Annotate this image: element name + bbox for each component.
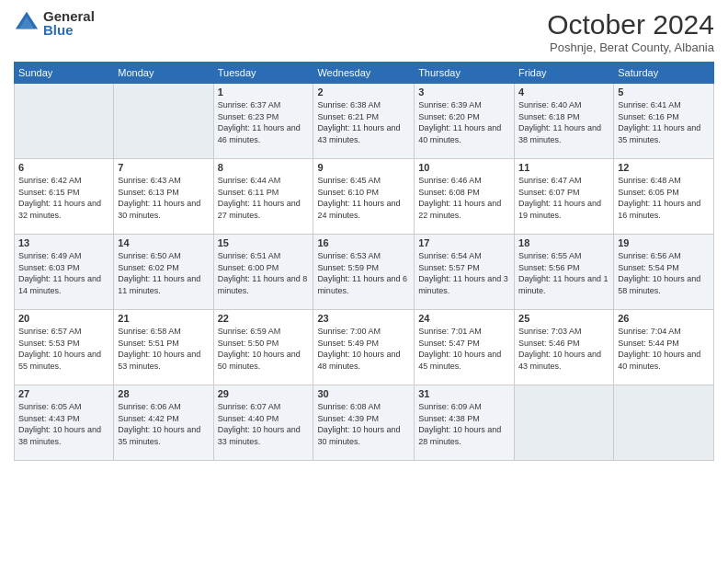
day-number: 3: [418, 86, 510, 98]
day-detail: Sunrise: 6:41 AMSunset: 6:16 PMDaylight:…: [618, 99, 710, 145]
day-number: 2: [317, 86, 410, 98]
day-number: 9: [317, 162, 410, 173]
day-detail: Sunrise: 7:03 AMSunset: 5:46 PMDaylight:…: [518, 326, 609, 372]
calendar-cell: 29Sunrise: 6:07 AMSunset: 4:40 PMDayligh…: [213, 385, 313, 461]
calendar-cell: 30Sunrise: 6:08 AMSunset: 4:39 PMDayligh…: [313, 385, 415, 461]
calendar-cell: 11Sunrise: 6:47 AMSunset: 6:07 PMDayligh…: [515, 159, 614, 235]
day-number: 16: [317, 237, 410, 248]
day-number: 21: [118, 313, 209, 324]
month-title: October 2024: [547, 9, 714, 40]
day-detail: Sunrise: 6:49 AMSunset: 6:03 PMDaylight:…: [18, 250, 109, 296]
day-number: 6: [18, 162, 109, 173]
day-detail: Sunrise: 6:39 AMSunset: 6:20 PMDaylight:…: [418, 99, 510, 145]
week-row-1: 1Sunrise: 6:37 AMSunset: 6:23 PMDaylight…: [15, 84, 714, 159]
header-monday: Monday: [114, 63, 213, 84]
page-header: General Blue October 2024 Poshnje, Berat…: [14, 9, 714, 54]
header-tuesday: Tuesday: [213, 63, 313, 84]
day-detail: Sunrise: 7:01 AMSunset: 5:47 PMDaylight:…: [418, 326, 510, 372]
calendar-cell: 24Sunrise: 7:01 AMSunset: 5:47 PMDayligh…: [415, 310, 515, 385]
day-number: 15: [218, 237, 310, 248]
calendar-cell: [515, 385, 614, 461]
day-number: 12: [618, 162, 710, 173]
day-detail: Sunrise: 6:59 AMSunset: 5:50 PMDaylight:…: [218, 326, 310, 372]
day-detail: Sunrise: 6:07 AMSunset: 4:40 PMDaylight:…: [218, 401, 310, 447]
week-row-5: 27Sunrise: 6:05 AMSunset: 4:43 PMDayligh…: [15, 385, 714, 461]
calendar-cell: 17Sunrise: 6:54 AMSunset: 5:57 PMDayligh…: [415, 235, 515, 310]
header-saturday: Saturday: [614, 63, 714, 84]
week-row-2: 6Sunrise: 6:42 AMSunset: 6:15 PMDaylight…: [15, 159, 714, 235]
day-number: 27: [18, 388, 109, 399]
day-detail: Sunrise: 6:58 AMSunset: 5:51 PMDaylight:…: [118, 326, 209, 372]
day-number: 30: [317, 388, 410, 399]
day-detail: Sunrise: 6:57 AMSunset: 5:53 PMDaylight:…: [18, 326, 109, 372]
day-detail: Sunrise: 6:09 AMSunset: 4:38 PMDaylight:…: [418, 401, 510, 447]
day-detail: Sunrise: 6:38 AMSunset: 6:21 PMDaylight:…: [317, 99, 410, 145]
day-detail: Sunrise: 6:37 AMSunset: 6:23 PMDaylight:…: [218, 99, 310, 145]
calendar-cell: 1Sunrise: 6:37 AMSunset: 6:23 PMDaylight…: [213, 84, 313, 159]
header-thursday: Thursday: [415, 63, 515, 84]
day-number: 20: [18, 313, 109, 324]
day-number: 4: [518, 86, 609, 98]
day-number: 24: [418, 313, 510, 324]
calendar-cell: 31Sunrise: 6:09 AMSunset: 4:38 PMDayligh…: [415, 385, 515, 461]
day-number: 1: [218, 86, 310, 98]
day-detail: Sunrise: 6:47 AMSunset: 6:07 PMDaylight:…: [518, 175, 609, 221]
day-detail: Sunrise: 6:48 AMSunset: 6:05 PMDaylight:…: [618, 175, 710, 221]
day-detail: Sunrise: 6:56 AMSunset: 5:54 PMDaylight:…: [618, 250, 710, 296]
day-detail: Sunrise: 6:45 AMSunset: 6:10 PMDaylight:…: [317, 175, 410, 221]
calendar-cell: 2Sunrise: 6:38 AMSunset: 6:21 PMDaylight…: [313, 84, 415, 159]
day-detail: Sunrise: 6:54 AMSunset: 5:57 PMDaylight:…: [418, 250, 510, 296]
day-number: 8: [218, 162, 310, 173]
day-number: 31: [418, 388, 510, 399]
day-number: 10: [418, 162, 510, 173]
calendar-cell: 19Sunrise: 6:56 AMSunset: 5:54 PMDayligh…: [614, 235, 714, 310]
header-friday: Friday: [515, 63, 614, 84]
weekday-header-row: Sunday Monday Tuesday Wednesday Thursday…: [15, 63, 714, 84]
week-row-4: 20Sunrise: 6:57 AMSunset: 5:53 PMDayligh…: [15, 310, 714, 385]
day-number: 25: [518, 313, 609, 324]
day-detail: Sunrise: 6:42 AMSunset: 6:15 PMDaylight:…: [18, 175, 109, 221]
calendar-cell: 12Sunrise: 6:48 AMSunset: 6:05 PMDayligh…: [614, 159, 714, 235]
day-number: 17: [418, 237, 510, 248]
calendar-cell: 26Sunrise: 7:04 AMSunset: 5:44 PMDayligh…: [614, 310, 714, 385]
day-number: 7: [118, 162, 209, 173]
calendar-cell: [15, 84, 114, 159]
calendar-cell: 7Sunrise: 6:43 AMSunset: 6:13 PMDaylight…: [114, 159, 213, 235]
logo: General Blue: [14, 9, 95, 37]
calendar-cell: 22Sunrise: 6:59 AMSunset: 5:50 PMDayligh…: [213, 310, 313, 385]
day-number: 18: [518, 237, 609, 248]
calendar-cell: 16Sunrise: 6:53 AMSunset: 5:59 PMDayligh…: [313, 235, 415, 310]
day-detail: Sunrise: 6:46 AMSunset: 6:08 PMDaylight:…: [418, 175, 510, 221]
logo-icon: [14, 10, 40, 36]
day-number: 28: [118, 388, 209, 399]
day-number: 19: [618, 237, 710, 248]
calendar-cell: 6Sunrise: 6:42 AMSunset: 6:15 PMDaylight…: [15, 159, 114, 235]
title-block: October 2024 Poshnje, Berat County, Alba…: [547, 9, 714, 54]
day-detail: Sunrise: 7:00 AMSunset: 5:49 PMDaylight:…: [317, 326, 410, 372]
day-detail: Sunrise: 6:06 AMSunset: 4:42 PMDaylight:…: [118, 401, 209, 447]
logo-blue: Blue: [43, 23, 95, 37]
day-detail: Sunrise: 6:55 AMSunset: 5:56 PMDaylight:…: [518, 250, 609, 296]
day-number: 26: [618, 313, 710, 324]
day-number: 11: [518, 162, 609, 173]
calendar-cell: 5Sunrise: 6:41 AMSunset: 6:16 PMDaylight…: [614, 84, 714, 159]
calendar-cell: 28Sunrise: 6:06 AMSunset: 4:42 PMDayligh…: [114, 385, 213, 461]
calendar-cell: 23Sunrise: 7:00 AMSunset: 5:49 PMDayligh…: [313, 310, 415, 385]
day-detail: Sunrise: 6:53 AMSunset: 5:59 PMDaylight:…: [317, 250, 410, 296]
day-detail: Sunrise: 6:50 AMSunset: 6:02 PMDaylight:…: [118, 250, 209, 296]
day-number: 14: [118, 237, 209, 248]
day-detail: Sunrise: 6:43 AMSunset: 6:13 PMDaylight:…: [118, 175, 209, 221]
day-number: 29: [218, 388, 310, 399]
header-sunday: Sunday: [15, 63, 114, 84]
calendar-cell: 20Sunrise: 6:57 AMSunset: 5:53 PMDayligh…: [15, 310, 114, 385]
day-detail: Sunrise: 6:40 AMSunset: 6:18 PMDaylight:…: [518, 99, 609, 145]
day-number: 22: [218, 313, 310, 324]
day-number: 5: [618, 86, 710, 98]
header-wednesday: Wednesday: [313, 63, 415, 84]
calendar-cell: 8Sunrise: 6:44 AMSunset: 6:11 PMDaylight…: [213, 159, 313, 235]
logo-text: General Blue: [43, 9, 95, 37]
day-detail: Sunrise: 6:08 AMSunset: 4:39 PMDaylight:…: [317, 401, 410, 447]
day-number: 23: [317, 313, 410, 324]
calendar-cell: 10Sunrise: 6:46 AMSunset: 6:08 PMDayligh…: [415, 159, 515, 235]
calendar-cell: [614, 385, 714, 461]
